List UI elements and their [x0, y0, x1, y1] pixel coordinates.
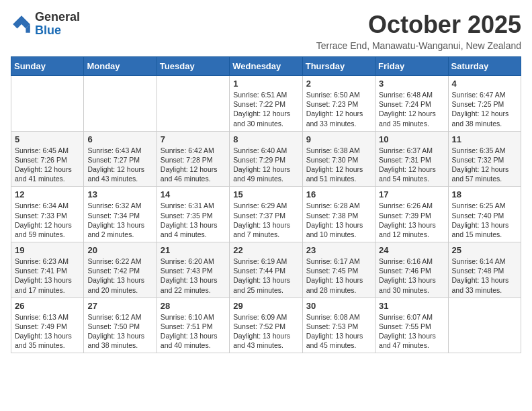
day-number: 5 [15, 134, 80, 144]
calendar-cell [84, 76, 157, 132]
calendar-cell: 22Sunrise: 6:19 AM Sunset: 7:44 PM Dayli… [230, 242, 302, 298]
calendar-cell: 6Sunrise: 6:43 AM Sunset: 7:27 PM Daylig… [84, 131, 157, 187]
day-number: 31 [379, 301, 444, 311]
svg-marker-0 [13, 15, 30, 28]
calendar-cell: 26Sunrise: 6:13 AM Sunset: 7:49 PM Dayli… [11, 298, 84, 353]
day-number: 1 [233, 79, 298, 89]
day-number: 22 [233, 245, 298, 255]
calendar-cell: 24Sunrise: 6:16 AM Sunset: 7:46 PM Dayli… [375, 242, 448, 298]
calendar-cell: 31Sunrise: 6:07 AM Sunset: 7:55 PM Dayli… [375, 298, 448, 353]
day-number: 21 [161, 245, 226, 255]
day-info: Sunrise: 6:37 AM Sunset: 7:31 PM Dayligh… [379, 146, 444, 184]
calendar-cell: 20Sunrise: 6:22 AM Sunset: 7:42 PM Dayli… [84, 242, 157, 298]
day-info: Sunrise: 6:12 AM Sunset: 7:50 PM Dayligh… [87, 312, 152, 351]
location-subtitle: Terrace End, Manawatu-Wanganui, New Zeal… [316, 40, 521, 51]
day-info: Sunrise: 6:29 AM Sunset: 7:37 PM Dayligh… [233, 201, 298, 239]
day-number: 10 [379, 134, 444, 144]
day-number: 15 [233, 189, 298, 199]
day-info: Sunrise: 6:28 AM Sunset: 7:38 PM Dayligh… [306, 201, 371, 239]
day-info: Sunrise: 6:45 AM Sunset: 7:26 PM Dayligh… [15, 146, 80, 184]
day-info: Sunrise: 6:17 AM Sunset: 7:45 PM Dayligh… [306, 257, 371, 295]
day-info: Sunrise: 6:25 AM Sunset: 7:40 PM Dayligh… [452, 201, 517, 239]
calendar-week-1: 1Sunrise: 6:51 AM Sunset: 7:22 PM Daylig… [11, 76, 521, 132]
calendar-cell: 25Sunrise: 6:14 AM Sunset: 7:48 PM Dayli… [448, 242, 521, 298]
day-info: Sunrise: 6:42 AM Sunset: 7:28 PM Dayligh… [161, 146, 226, 184]
day-info: Sunrise: 6:35 AM Sunset: 7:32 PM Dayligh… [452, 146, 517, 184]
day-number: 17 [379, 189, 444, 199]
calendar-cell: 14Sunrise: 6:31 AM Sunset: 7:35 PM Dayli… [157, 187, 229, 242]
calendar-cell: 16Sunrise: 6:28 AM Sunset: 7:38 PM Dayli… [302, 187, 375, 242]
calendar-cell: 3Sunrise: 6:48 AM Sunset: 7:24 PM Daylig… [375, 76, 448, 132]
day-number: 25 [452, 245, 517, 255]
header-day-wednesday: Wednesday [230, 57, 302, 76]
day-info: Sunrise: 6:07 AM Sunset: 7:55 PM Dayligh… [379, 312, 444, 351]
day-number: 13 [87, 189, 152, 199]
calendar-cell: 12Sunrise: 6:34 AM Sunset: 7:33 PM Dayli… [11, 187, 84, 242]
day-number: 4 [452, 79, 517, 89]
logo: General Blue [11, 11, 80, 38]
day-info: Sunrise: 6:51 AM Sunset: 7:22 PM Dayligh… [233, 90, 298, 128]
day-number: 2 [306, 79, 371, 89]
day-number: 29 [233, 301, 298, 311]
day-info: Sunrise: 6:32 AM Sunset: 7:34 PM Dayligh… [87, 201, 152, 239]
day-info: Sunrise: 6:40 AM Sunset: 7:29 PM Dayligh… [233, 146, 298, 184]
calendar-cell: 11Sunrise: 6:35 AM Sunset: 7:32 PM Dayli… [448, 131, 521, 187]
day-info: Sunrise: 6:16 AM Sunset: 7:46 PM Dayligh… [379, 257, 444, 295]
logo-blue-text: Blue [35, 24, 80, 38]
day-number: 27 [87, 301, 152, 311]
header-day-saturday: Saturday [448, 57, 521, 76]
calendar-week-2: 5Sunrise: 6:45 AM Sunset: 7:26 PM Daylig… [11, 131, 521, 187]
day-info: Sunrise: 6:10 AM Sunset: 7:51 PM Dayligh… [161, 312, 226, 351]
day-info: Sunrise: 6:19 AM Sunset: 7:44 PM Dayligh… [233, 257, 298, 295]
calendar-cell: 19Sunrise: 6:23 AM Sunset: 7:41 PM Dayli… [11, 242, 84, 298]
logo-general-text: General [35, 11, 80, 24]
calendar-table: SundayMondayTuesdayWednesdayThursdayFrid… [11, 56, 521, 353]
day-number: 24 [379, 245, 444, 255]
day-number: 9 [306, 134, 371, 144]
day-number: 16 [306, 189, 371, 199]
calendar-body: 1Sunrise: 6:51 AM Sunset: 7:22 PM Daylig… [11, 76, 521, 353]
calendar-cell: 21Sunrise: 6:20 AM Sunset: 7:43 PM Dayli… [157, 242, 229, 298]
day-number: 19 [15, 245, 80, 255]
header-day-monday: Monday [84, 57, 157, 76]
calendar-cell: 9Sunrise: 6:38 AM Sunset: 7:30 PM Daylig… [302, 131, 375, 187]
day-number: 30 [306, 301, 371, 311]
calendar-week-5: 26Sunrise: 6:13 AM Sunset: 7:49 PM Dayli… [11, 298, 521, 353]
day-info: Sunrise: 6:50 AM Sunset: 7:23 PM Dayligh… [306, 90, 371, 128]
calendar-cell: 18Sunrise: 6:25 AM Sunset: 7:40 PM Dayli… [448, 187, 521, 242]
calendar-cell: 15Sunrise: 6:29 AM Sunset: 7:37 PM Dayli… [230, 187, 302, 242]
day-number: 6 [87, 134, 152, 144]
day-number: 20 [87, 245, 152, 255]
header-day-thursday: Thursday [302, 57, 375, 76]
calendar-cell [157, 76, 229, 132]
day-info: Sunrise: 6:20 AM Sunset: 7:43 PM Dayligh… [161, 257, 226, 295]
calendar-week-3: 12Sunrise: 6:34 AM Sunset: 7:33 PM Dayli… [11, 187, 521, 242]
header-day-friday: Friday [375, 57, 448, 76]
day-info: Sunrise: 6:43 AM Sunset: 7:27 PM Dayligh… [87, 146, 152, 184]
day-info: Sunrise: 6:31 AM Sunset: 7:35 PM Dayligh… [161, 201, 226, 239]
page-header: General Blue October 2025 Terrace End, M… [11, 11, 521, 51]
calendar-cell: 4Sunrise: 6:47 AM Sunset: 7:25 PM Daylig… [448, 76, 521, 132]
calendar-cell: 5Sunrise: 6:45 AM Sunset: 7:26 PM Daylig… [11, 131, 84, 187]
month-title: October 2025 [316, 11, 521, 39]
calendar-cell: 13Sunrise: 6:32 AM Sunset: 7:34 PM Dayli… [84, 187, 157, 242]
day-info: Sunrise: 6:14 AM Sunset: 7:48 PM Dayligh… [452, 257, 517, 295]
calendar-cell: 8Sunrise: 6:40 AM Sunset: 7:29 PM Daylig… [230, 131, 302, 187]
calendar-cell: 29Sunrise: 6:09 AM Sunset: 7:52 PM Dayli… [230, 298, 302, 353]
calendar-cell: 23Sunrise: 6:17 AM Sunset: 7:45 PM Dayli… [302, 242, 375, 298]
header-day-tuesday: Tuesday [157, 57, 229, 76]
calendar-header-row: SundayMondayTuesdayWednesdayThursdayFrid… [11, 57, 521, 76]
calendar-cell: 7Sunrise: 6:42 AM Sunset: 7:28 PM Daylig… [157, 131, 229, 187]
calendar-cell: 27Sunrise: 6:12 AM Sunset: 7:50 PM Dayli… [84, 298, 157, 353]
day-info: Sunrise: 6:26 AM Sunset: 7:39 PM Dayligh… [379, 201, 444, 239]
day-info: Sunrise: 6:13 AM Sunset: 7:49 PM Dayligh… [15, 312, 80, 351]
day-number: 26 [15, 301, 80, 311]
day-info: Sunrise: 6:23 AM Sunset: 7:41 PM Dayligh… [15, 257, 80, 295]
day-info: Sunrise: 6:38 AM Sunset: 7:30 PM Dayligh… [306, 146, 371, 184]
logo-icon [11, 13, 32, 35]
day-info: Sunrise: 6:08 AM Sunset: 7:53 PM Dayligh… [306, 312, 371, 351]
day-number: 28 [161, 301, 226, 311]
day-info: Sunrise: 6:22 AM Sunset: 7:42 PM Dayligh… [87, 257, 152, 295]
day-number: 12 [15, 189, 80, 199]
day-number: 3 [379, 79, 444, 89]
